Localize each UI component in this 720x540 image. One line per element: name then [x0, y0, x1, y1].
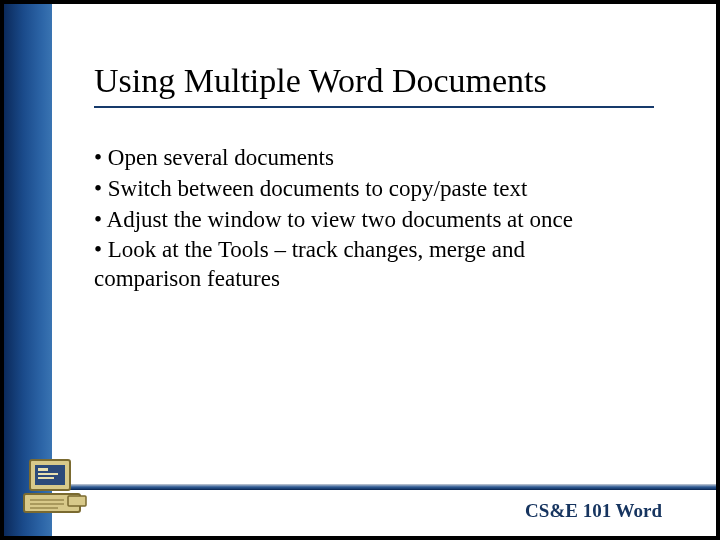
- title-underline: [94, 106, 654, 108]
- svg-rect-2: [38, 468, 48, 471]
- bullet-text: Adjust the window to view two documents …: [107, 207, 573, 232]
- svg-rect-3: [38, 473, 58, 475]
- bullet-item: • Adjust the window to view two document…: [94, 206, 634, 235]
- bullet-text: Switch between documents to copy/paste t…: [108, 176, 528, 201]
- bottom-rule: [52, 484, 716, 490]
- bullet-text: Look at the Tools – track changes, merge…: [94, 237, 525, 291]
- footer-text: CS&E 101 Word: [525, 500, 662, 522]
- svg-rect-6: [68, 496, 86, 506]
- slide: Using Multiple Word Documents • Open sev…: [4, 4, 716, 536]
- bullet-item: • Open several documents: [94, 144, 634, 173]
- slide-content: Using Multiple Word Documents • Open sev…: [94, 62, 668, 296]
- bullet-item: • Switch between documents to copy/paste…: [94, 175, 634, 204]
- svg-rect-4: [38, 477, 54, 479]
- computer-icon: [20, 456, 92, 520]
- slide-title: Using Multiple Word Documents: [94, 62, 668, 100]
- bullet-list: • Open several documents • Switch betwee…: [94, 144, 634, 294]
- bullet-text: Open several documents: [108, 145, 334, 170]
- bullet-item: • Look at the Tools – track changes, mer…: [94, 236, 634, 294]
